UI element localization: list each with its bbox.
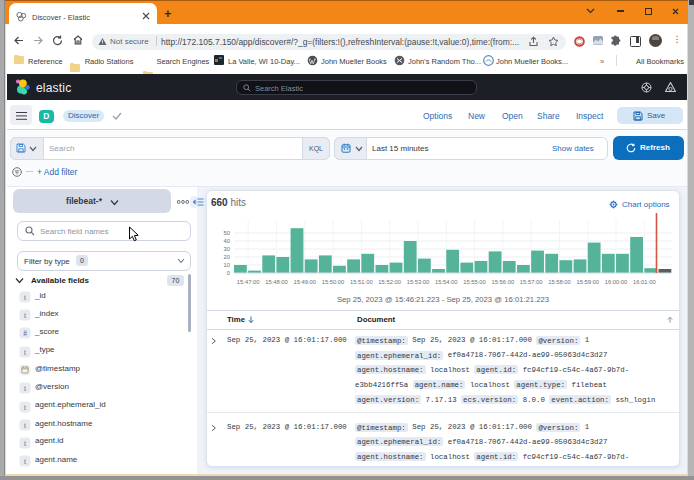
svg-text:#: # — [23, 329, 27, 338]
svg-text:15:54:00: 15:54:00 — [435, 279, 458, 285]
svg-text:15:57:00: 15:57:00 — [520, 279, 543, 285]
svg-text:15:56:00: 15:56:00 — [492, 279, 515, 285]
svg-text:15:47:00: 15:47:00 — [237, 279, 260, 285]
svg-text:15:55:00: 15:55:00 — [463, 279, 486, 285]
svg-text:40: 40 — [224, 238, 230, 244]
svg-text:15:51:00: 15:51:00 — [350, 279, 373, 285]
svg-text:15:53:00: 15:53:00 — [407, 279, 430, 285]
svg-text:50: 50 — [224, 230, 230, 236]
svg-text:15:50:00: 15:50:00 — [322, 279, 345, 285]
svg-text:15:49:00: 15:49:00 — [293, 279, 316, 285]
svg-text:20: 20 — [224, 254, 230, 260]
svg-text:30: 30 — [224, 246, 230, 252]
svg-text:16:01:00: 16:01:00 — [633, 279, 656, 285]
svg-text:0: 0 — [227, 270, 230, 276]
svg-text:16:00:00: 16:00:00 — [605, 279, 628, 285]
svg-text:15:58:00: 15:58:00 — [548, 279, 571, 285]
svg-text:10: 10 — [224, 262, 230, 268]
svg-text:15:52:00: 15:52:00 — [378, 279, 401, 285]
svg-text:15:48:00: 15:48:00 — [265, 279, 288, 285]
svg-text:15:59:00: 15:59:00 — [576, 279, 599, 285]
